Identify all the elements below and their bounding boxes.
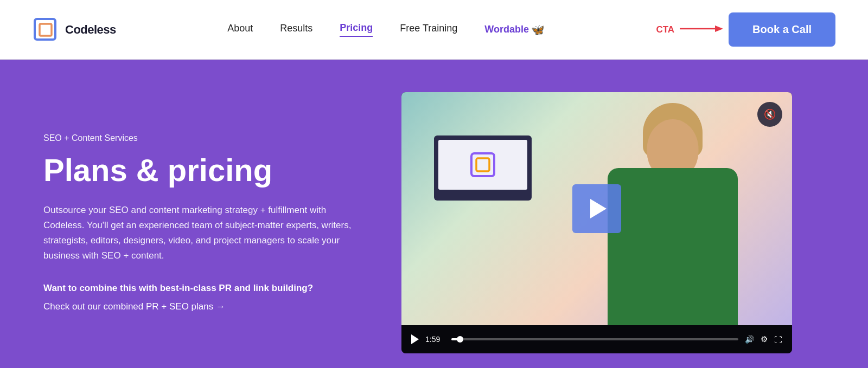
laptop-decoration <box>434 135 532 201</box>
svg-rect-4 <box>471 153 494 176</box>
hero-description: Outsource your SEO and content marketing… <box>43 203 358 263</box>
person-body <box>608 168 738 325</box>
svg-marker-3 <box>715 25 723 32</box>
logo-text: Codeless <box>65 23 116 37</box>
cta-arrow-icon <box>680 23 723 36</box>
laptop-screen <box>438 140 527 190</box>
butterfly-icon: 🦋 <box>531 23 545 36</box>
video-mute-button[interactable]: 🔇 <box>757 102 782 127</box>
mute-icon: 🔇 <box>764 108 776 120</box>
nav-results[interactable]: Results <box>280 23 312 36</box>
hero-link-bold[interactable]: Want to combine this with best-in-class … <box>43 283 358 294</box>
main-nav: About Results Pricing Free Training Word… <box>227 22 545 37</box>
logo-area[interactable]: Codeless <box>33 17 116 43</box>
hero-section: SEO + Content Services Plans & pricing O… <box>0 60 868 368</box>
hero-video-area: 🔇 1:59 🔊 ⚙ ⛶ <box>401 92 835 353</box>
video-time: 1:59 <box>425 335 445 344</box>
play-triangle-icon <box>590 199 607 218</box>
video-progress-bar[interactable] <box>451 338 738 340</box>
cta-area: CTA Book a Call <box>656 12 835 47</box>
nav-free-training[interactable]: Free Training <box>400 23 457 36</box>
svg-rect-5 <box>476 158 489 171</box>
controls-play-icon <box>411 334 419 344</box>
hero-eyebrow: SEO + Content Services <box>43 133 358 143</box>
logo-icon <box>33 17 59 43</box>
video-controls-bar: 1:59 🔊 ⚙ ⛶ <box>401 325 792 353</box>
video-play-button[interactable] <box>572 184 621 233</box>
book-call-button[interactable]: Book a Call <box>729 12 835 47</box>
header: Codeless About Results Pricing Free Trai… <box>0 0 868 60</box>
nav-pricing[interactable]: Pricing <box>340 22 373 37</box>
nav-wordable[interactable]: Wordable 🦋 <box>484 23 545 36</box>
controls-play-button[interactable] <box>411 334 419 344</box>
volume-icon[interactable]: 🔊 <box>745 335 754 344</box>
video-progress-dot <box>457 336 463 343</box>
hero-link-combined[interactable]: Check out our combined PR + SEO plans → <box>43 301 358 312</box>
nav-about[interactable]: About <box>227 23 253 36</box>
video-thumbnail: 🔇 <box>401 92 792 325</box>
video-container: 🔇 1:59 🔊 ⚙ ⛶ <box>401 92 792 353</box>
cta-label: CTA <box>656 24 674 35</box>
svg-rect-1 <box>40 24 52 36</box>
hero-title: Plans & pricing <box>43 153 358 188</box>
fullscreen-icon[interactable]: ⛶ <box>774 335 782 344</box>
person-decoration <box>602 103 743 325</box>
hero-content: SEO + Content Services Plans & pricing O… <box>43 133 358 312</box>
laptop-logo-icon <box>469 151 496 178</box>
settings-icon[interactable]: ⚙ <box>761 334 768 344</box>
